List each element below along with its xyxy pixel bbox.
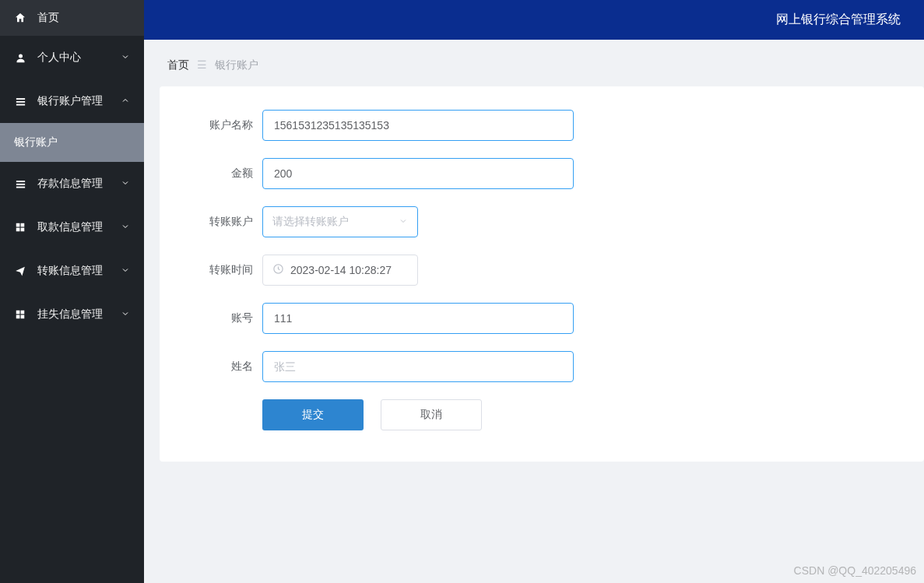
chevron-down-icon [121, 221, 130, 234]
breadcrumb-current: 银行账户 [215, 58, 258, 71]
svg-rect-13 [16, 315, 20, 319]
label-transfer-account: 转账账户 [191, 215, 253, 229]
chevron-down-icon [121, 177, 130, 190]
clock-icon [272, 263, 284, 277]
menu-label: 个人中心 [37, 51, 81, 65]
input-name[interactable] [262, 351, 574, 382]
chevron-up-icon [121, 95, 130, 107]
chevron-down-icon [121, 265, 130, 277]
breadcrumb-sep: ☰ [197, 58, 207, 71]
date-value: 2023-02-14 10:28:27 [290, 264, 392, 276]
svg-rect-11 [16, 311, 20, 314]
list-icon [14, 178, 26, 190]
row-amount: 金额 [191, 158, 893, 189]
input-account-name[interactable] [262, 110, 574, 141]
select-transfer-account[interactable]: 请选择转账账户 [262, 206, 418, 237]
input-amount[interactable] [262, 158, 574, 189]
home-icon [14, 12, 26, 24]
svg-rect-10 [21, 228, 25, 232]
menu-personal-center[interactable]: 个人中心 [0, 36, 144, 79]
grid-icon [14, 309, 26, 320]
submit-button[interactable]: 提交 [262, 399, 364, 430]
svg-rect-9 [16, 228, 20, 232]
list-icon [14, 96, 26, 107]
menu-label: 取款信息管理 [37, 220, 103, 234]
row-transfer-account: 转账账户 请选择转账账户 [191, 206, 893, 237]
sidebar: 首页 个人中心 银行账户管理 银行账户 存款信息管理 [0, 0, 144, 583]
menu-loss-mgmt[interactable]: 挂失信息管理 [0, 293, 144, 336]
svg-rect-14 [21, 315, 25, 319]
menu-label: 转账信息管理 [37, 264, 103, 278]
chevron-down-icon [121, 308, 130, 321]
datepicker-transfer-time[interactable]: 2023-02-14 10:28:27 [262, 255, 418, 286]
header-title: 网上银行综合管理系统 [776, 12, 901, 28]
menu-label: 银行账户管理 [37, 94, 103, 108]
chevron-down-icon [399, 216, 408, 228]
svg-rect-7 [16, 223, 20, 227]
row-account-no: 账号 [191, 303, 893, 334]
svg-rect-5 [16, 183, 24, 184]
watermark: CSDN @QQ_402205496 [794, 564, 916, 577]
svg-rect-12 [21, 311, 25, 314]
svg-rect-2 [16, 100, 24, 102]
menu-transfer-mgmt[interactable]: 转账信息管理 [0, 249, 144, 293]
breadcrumb: 首页 ☰ 银行账户 [144, 40, 924, 86]
menu-withdraw-mgmt[interactable]: 取款信息管理 [0, 205, 144, 249]
cancel-button[interactable]: 取消 [381, 399, 482, 430]
content: 首页 ☰ 银行账户 账户名称 金额 转账账户 请选择转账账户 转账时间 [144, 40, 924, 583]
menu-home[interactable]: 首页 [0, 0, 144, 36]
form-card: 账户名称 金额 转账账户 请选择转账账户 转账时间 2023-02-14 10: [160, 86, 924, 462]
menu-label: 挂失信息管理 [37, 307, 103, 321]
menu-deposit-mgmt[interactable]: 存款信息管理 [0, 162, 144, 205]
select-placeholder: 请选择转账账户 [272, 215, 349, 229]
submenu-label: 银行账户 [14, 135, 58, 149]
label-name: 姓名 [191, 360, 253, 374]
menu-bank-account-mgmt[interactable]: 银行账户管理 [0, 79, 144, 123]
svg-point-0 [19, 54, 23, 58]
user-icon [14, 52, 26, 64]
header: 网上银行综合管理系统 [144, 0, 924, 40]
label-account-no: 账号 [191, 311, 253, 325]
row-account-name: 账户名称 [191, 110, 893, 141]
menu-label: 存款信息管理 [37, 177, 103, 191]
menu-home-label: 首页 [37, 11, 59, 25]
label-transfer-time: 转账时间 [191, 263, 253, 277]
label-amount: 金额 [191, 167, 253, 181]
svg-rect-4 [16, 181, 24, 182]
svg-rect-8 [21, 223, 25, 227]
row-name: 姓名 [191, 351, 893, 382]
input-account-no[interactable] [262, 303, 574, 334]
grid-icon [14, 222, 26, 233]
breadcrumb-home[interactable]: 首页 [167, 58, 189, 71]
svg-rect-3 [16, 104, 24, 105]
label-account-name: 账户名称 [191, 118, 253, 132]
svg-rect-1 [16, 98, 24, 100]
send-icon [14, 265, 26, 276]
row-transfer-time: 转账时间 2023-02-14 10:28:27 [191, 255, 893, 286]
button-row: 提交 取消 [262, 399, 893, 430]
submenu-bank-account[interactable]: 银行账户 [0, 123, 144, 162]
chevron-down-icon [121, 51, 130, 64]
svg-rect-6 [16, 186, 24, 188]
